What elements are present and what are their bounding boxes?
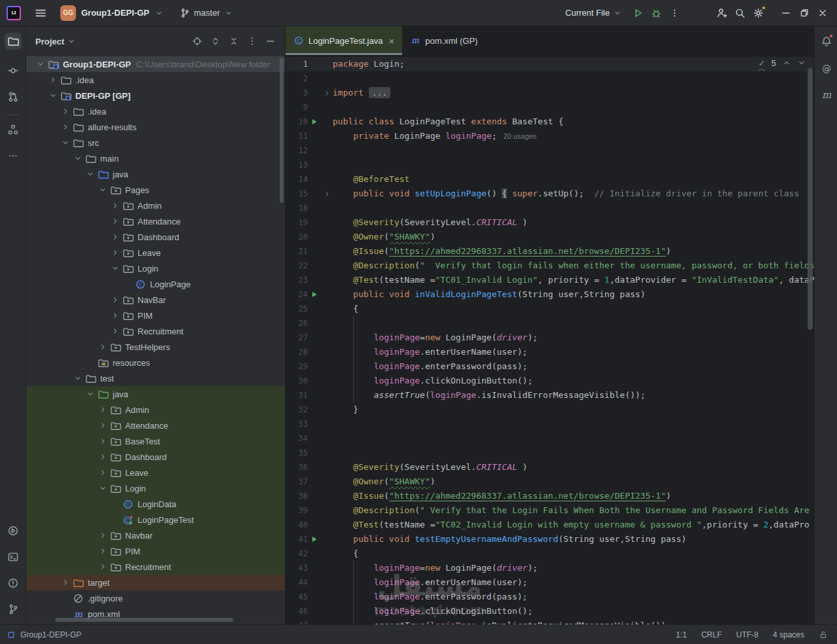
chevron-collapsed-icon[interactable] — [98, 342, 108, 352]
tree-item[interactable]: Navbar — [26, 528, 285, 543]
expand-all-button[interactable] — [208, 33, 223, 49]
tree-item[interactable]: Attendance — [26, 213, 285, 229]
chevron-collapsed-icon[interactable] — [60, 106, 71, 116]
chevron-expanded-icon[interactable] — [98, 185, 108, 195]
chevron-collapsed-icon[interactable] — [60, 122, 71, 132]
caret-position[interactable]: 1:1 — [676, 630, 687, 639]
run-config-selector[interactable]: Current File — [565, 8, 622, 18]
chevron-collapsed-icon[interactable] — [98, 530, 108, 541]
lock-open-icon[interactable] — [819, 630, 828, 639]
chevron-collapsed-icon[interactable] — [98, 546, 108, 556]
next-problem-icon[interactable] — [797, 58, 806, 67]
code-line[interactable]: 19 @Severity(SeverityLevel.CRITICAL ) — [286, 215, 814, 230]
code-line[interactable]: 43 loginPage=new LoginPage(driver); — [286, 561, 814, 575]
tree-item[interactable]: Admin — [26, 198, 285, 213]
code-line[interactable]: 29 loginPage.enterPassword(pass); — [286, 359, 814, 374]
code-line[interactable]: 1package Login; — [286, 57, 814, 71]
collapse-all-button[interactable] — [226, 33, 242, 49]
file-encoding[interactable]: UTF-8 — [736, 630, 758, 639]
chevron-expanded-icon[interactable] — [35, 59, 46, 69]
code-line[interactable]: 2 — [286, 71, 814, 86]
chevron-collapsed-icon[interactable] — [110, 295, 121, 305]
tree-item[interactable]: allure-results — [26, 119, 285, 135]
code-line[interactable]: 34 — [286, 431, 814, 446]
chevron-collapsed-icon[interactable] — [110, 310, 121, 321]
structure-tool-button[interactable] — [5, 121, 22, 138]
chevron-expanded-icon[interactable] — [110, 263, 121, 274]
code-line[interactable]: 44 loginPage.enterUserName(user); — [286, 575, 814, 590]
tree-item[interactable]: NavBar — [26, 292, 285, 308]
code-line[interactable]: 18 — [286, 201, 814, 215]
code-line[interactable]: 47 assertTrue(loginPage.isDuplicateRequi… — [286, 618, 814, 624]
chevron-collapsed-icon[interactable] — [60, 577, 71, 588]
chevron-collapsed-icon[interactable] — [48, 75, 58, 85]
chevron-collapsed-icon[interactable] — [110, 216, 121, 226]
code-with-me-button[interactable] — [713, 4, 731, 22]
window-minimize-button[interactable] — [777, 4, 795, 22]
tree-item[interactable]: CLoginPage — [26, 276, 285, 292]
chevron-collapsed-icon[interactable] — [98, 467, 108, 478]
tree-item[interactable]: java — [26, 166, 285, 182]
git-tool-button[interactable] — [5, 601, 22, 618]
chevron-collapsed-icon[interactable] — [110, 326, 121, 336]
code-line[interactable]: 35 — [286, 446, 814, 460]
tree-item[interactable]: BaseTest — [26, 433, 285, 449]
code-line[interactable]: 14 @BeforeTest — [286, 172, 814, 187]
pull-requests-tool-button[interactable] — [5, 88, 22, 105]
tree-item[interactable]: .idea — [26, 72, 285, 88]
chevron-collapsed-icon[interactable] — [98, 562, 108, 572]
tree-item[interactable]: CLoginData — [26, 496, 285, 512]
code-line[interactable]: 23 @Test(testName ="TC01_Invalid Login",… — [286, 273, 814, 287]
code-line[interactable]: 33 — [286, 417, 814, 431]
fold-region-icon[interactable] — [321, 86, 333, 100]
tree-item[interactable]: Recruitment — [26, 323, 285, 339]
status-project-widget[interactable]: Group1-DEPI-GP — [0, 630, 81, 639]
code-line[interactable]: 32 } — [286, 402, 814, 417]
prev-problem-icon[interactable] — [782, 58, 791, 67]
vcs-branch-widget[interactable]: master — [179, 8, 233, 18]
indent-style[interactable]: 4 spaces — [773, 630, 804, 639]
project-view-selector[interactable]: Project — [35, 37, 76, 46]
code-line[interactable]: 27 loginPage=new LoginPage(driver); — [286, 331, 814, 345]
line-separator[interactable]: CRLF — [701, 630, 722, 639]
chevron-collapsed-icon[interactable] — [98, 420, 108, 431]
tree-item[interactable]: Leave — [26, 465, 285, 480]
select-opened-file-button[interactable] — [189, 33, 205, 49]
terminal-tool-button[interactable] — [5, 548, 22, 565]
chevron-expanded-icon[interactable] — [48, 90, 58, 101]
code-line[interactable]: 45 loginPage.enterPassword(pass); — [286, 590, 814, 604]
code-line[interactable]: 15 public void setUpLoginPage() { super.… — [286, 187, 814, 201]
tree-item[interactable]: main — [26, 151, 285, 166]
tree-item[interactable]: src — [26, 135, 285, 151]
code-line[interactable]: 20 @Owner("SHAWKY") — [286, 230, 814, 244]
chevron-collapsed-icon[interactable] — [98, 404, 108, 415]
project-widget[interactable]: GG Group1-DEPI-GP — [60, 5, 164, 21]
tree-item[interactable]: TestHelpers — [26, 339, 285, 355]
code-line[interactable]: 46 loginPage.clickOnLoginButton(); — [286, 604, 814, 618]
tree-item[interactable]: test — [26, 370, 285, 386]
window-close-button[interactable] — [813, 4, 832, 22]
chevron-collapsed-icon[interactable] — [110, 200, 121, 211]
debug-button[interactable] — [647, 4, 665, 22]
tree-item[interactable]: Login — [26, 260, 285, 276]
panel-options-button[interactable] — [244, 33, 260, 49]
problems-tool-button[interactable] — [5, 575, 22, 592]
tab-pom-xml[interactable]: m pom.xml (GP) — [402, 26, 485, 55]
code-line[interactable]: 26 — [286, 316, 814, 331]
code-line[interactable]: 24 public void inValidLoginPageTest(Stri… — [286, 287, 814, 302]
run-test-icon[interactable] — [308, 115, 321, 129]
chevron-collapsed-icon[interactable] — [98, 452, 108, 462]
code-line[interactable]: 30 loginPage.clickOnLoginButton(); — [286, 374, 814, 388]
project-vertical-scrollbar[interactable] — [280, 58, 284, 203]
code-line[interactable]: 11 private LoginPage loginPage;20 usages — [286, 129, 814, 143]
code-line[interactable]: 41 public void testEmptyUsernameAndPassw… — [286, 532, 814, 546]
code-editor[interactable]: 1package Login;23import ...910public cla… — [286, 55, 814, 624]
project-horizontal-scrollbar[interactable] — [55, 618, 233, 622]
chevron-collapsed-icon[interactable] — [110, 232, 121, 242]
tree-item[interactable]: java — [26, 386, 285, 402]
tree-item[interactable]: Group1-DEPI-GPC:\Users\brand\Desktop\New… — [26, 56, 285, 72]
tree-item[interactable]: resources — [26, 355, 285, 370]
tree-item[interactable]: Admin — [26, 402, 285, 418]
code-line[interactable]: 22 @Description(" Verify that login fail… — [286, 259, 814, 273]
code-line[interactable]: 37 @Owner("SHAWKY") — [286, 474, 814, 489]
